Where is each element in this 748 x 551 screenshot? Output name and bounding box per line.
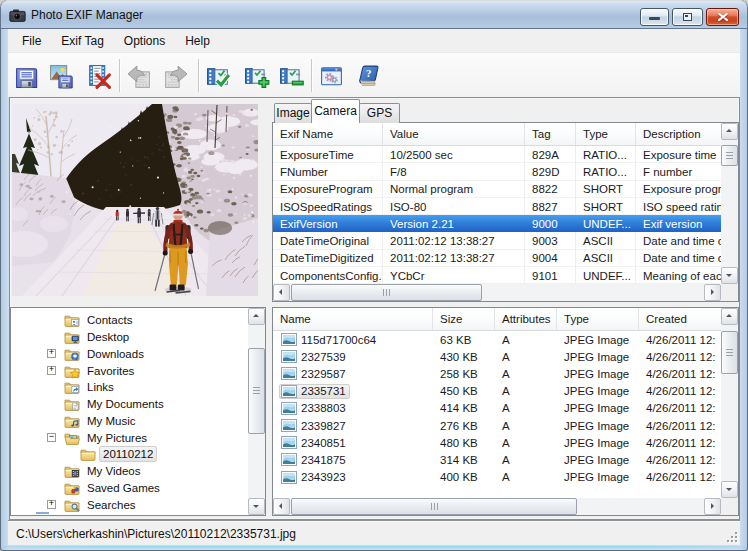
tree-item[interactable]: My Documents [11,396,248,413]
expand-toggle[interactable]: − [47,433,56,442]
exif-table-row[interactable]: FNumber F/8 829D RATIO... F number [273,163,721,180]
tree-item[interactable]: My Music [11,413,248,430]
scroll-up-button[interactable] [721,308,738,325]
menu-item[interactable]: Help [175,31,220,51]
scroll-right-button[interactable] [704,498,721,515]
exif-table-row[interactable]: DateTimeDigitized 2011:02:12 13:38:27 90… [273,250,721,267]
exif-table-row[interactable]: DateTimeOriginal 2011:02:12 13:38:27 900… [273,232,721,249]
exif-column-header-name[interactable]: Exif Name [273,123,383,145]
file-column-header-attributes[interactable]: Attributes [495,308,557,330]
file-cell-type: JPEG Image [557,417,639,434]
tree-item[interactable]: Desktop [11,329,248,346]
file-column-header-size[interactable]: Size [433,308,495,330]
tab-gps[interactable]: GPS [359,103,400,123]
scrollbar-thumb[interactable] [721,145,738,166]
exif-table-row[interactable]: ISOSpeedRatings ISO-80 8827 SHORT ISO sp… [273,198,721,215]
edit-exif-button[interactable] [203,61,233,91]
add-exif-tag-button[interactable] [241,61,271,91]
file-column-header-created[interactable]: Created [639,308,721,330]
exif-cell-value: 2011:02:12 13:38:27 [383,250,525,267]
arrow-up-icon [253,312,259,317]
save-exif-button[interactable] [11,61,41,91]
restore-button[interactable] [672,8,703,26]
expand-toggle[interactable]: + [47,349,56,358]
scroll-left-button[interactable] [273,284,290,301]
previous-photo-button[interactable] [124,61,154,91]
file-horizontal-scrollbar[interactable] [273,498,721,515]
folder-icon [64,497,80,513]
scroll-down-button[interactable] [248,498,265,515]
scrollbar-thumb[interactable] [291,498,577,515]
minimize-button[interactable] [640,8,669,26]
exif-column-header-description[interactable]: Description [636,123,721,145]
scrollbar-thumb[interactable] [721,331,738,374]
edit-exif-icon [205,63,232,90]
exif-cell-type: SHORT [576,181,636,198]
scroll-left-button[interactable] [273,498,290,515]
close-button[interactable] [706,8,739,26]
tab-image[interactable]: Image [274,103,312,123]
scrollbar-thumb[interactable] [291,284,482,301]
exif-cell-tag: 829A [525,146,576,163]
exif-table-row[interactable]: ExposureProgram Normal program 8822 SHOR… [273,181,721,198]
exif-column-header-value[interactable]: Value [383,123,525,145]
file-column-header-type[interactable]: Type [557,308,639,330]
expand-toggle[interactable]: + [47,366,56,375]
resize-grip[interactable] [724,529,737,542]
file-row[interactable]: 2339827 276 KB A JPEG Image 4/26/2011 12… [273,417,721,434]
exif-table-row[interactable]: ExposureTime 10/2500 sec 829A RATIO... E… [273,146,721,163]
scroll-down-button[interactable] [721,481,738,498]
exif-table-row[interactable]: ComponentsConfig... YCbCr 9101 UNDEF... … [273,267,721,284]
file-cell-created: 4/26/2011 12: [639,469,721,486]
tree-vertical-scrollbar[interactable] [248,308,265,515]
file-row[interactable]: 115d71700c64 63 KB A JPEG Image 4/26/201… [273,331,721,348]
help-button[interactable] [353,61,383,91]
menu-item[interactable]: Exif Tag [51,31,113,51]
file-cell-created: 4/26/2011 12: [639,451,721,468]
file-row[interactable]: 2329587 258 KB A JPEG Image 4/26/2011 12… [273,365,721,382]
remove-exif-tag-button[interactable] [276,61,306,91]
expand-toggle[interactable]: + [47,500,56,509]
tree-item[interactable]: + Downloads [11,346,248,363]
tree-item[interactable]: + Favorites [11,362,248,379]
window-frame-accent [2,546,746,548]
titlebar[interactable]: Photo EXIF Manager [0,0,748,29]
scroll-right-button[interactable] [704,284,721,301]
file-cell-attributes: A [495,365,557,382]
exif-horizontal-scrollbar[interactable] [273,284,721,301]
scroll-up-button[interactable] [721,123,738,140]
file-row[interactable]: 2341875 314 KB A JPEG Image 4/26/2011 12… [273,451,721,468]
scroll-up-button[interactable] [248,308,265,325]
file-column-header-name[interactable]: Name [273,308,433,330]
delete-exif-button[interactable] [83,61,113,91]
file-row[interactable]: 2340851 480 KB A JPEG Image 4/26/2011 12… [273,434,721,451]
file-vertical-scrollbar[interactable] [721,308,738,498]
file-row[interactable]: 2335731 450 KB A JPEG Image 4/26/2011 12… [273,383,721,400]
next-photo-button[interactable] [160,61,190,91]
exif-table-row[interactable]: ExifVersion Version 2.21 9000 UNDEF... E… [273,215,721,232]
menu-item[interactable]: File [12,31,51,51]
tree-item[interactable]: Contacts [11,312,248,329]
exif-cell-name: DateTimeOriginal [273,232,383,249]
file-cell-size: 258 KB [433,365,495,382]
file-cell-type: JPEG Image [557,331,639,348]
save-image-button[interactable] [46,61,76,91]
exif-vertical-scrollbar[interactable] [721,123,738,284]
exif-cell-name: FNumber [273,163,383,180]
tree-item[interactable]: My Videos [11,463,248,480]
tree-item[interactable]: 20110212 [11,446,248,463]
file-row[interactable]: 2327539 430 KB A JPEG Image 4/26/2011 12… [273,348,721,365]
options-button[interactable] [316,61,346,91]
tree-item[interactable]: + Searches [11,496,248,513]
exif-column-header-tag[interactable]: Tag [525,123,576,145]
file-row[interactable]: 2338803 414 KB A JPEG Image 4/26/2011 12… [273,400,721,417]
tree-item[interactable]: Saved Games [11,480,248,497]
scrollbar-thumb[interactable] [248,348,265,434]
file-row[interactable]: 2343923 400 KB A JPEG Image 4/26/2011 12… [273,469,721,486]
tree-item[interactable]: Links [11,379,248,396]
exif-column-header-type[interactable]: Type [576,123,636,145]
tree-item[interactable]: − My Pictures [11,429,248,446]
scroll-down-button[interactable] [721,267,738,284]
menu-item[interactable]: Options [114,31,175,51]
tab-camera[interactable]: Camera [311,99,360,123]
